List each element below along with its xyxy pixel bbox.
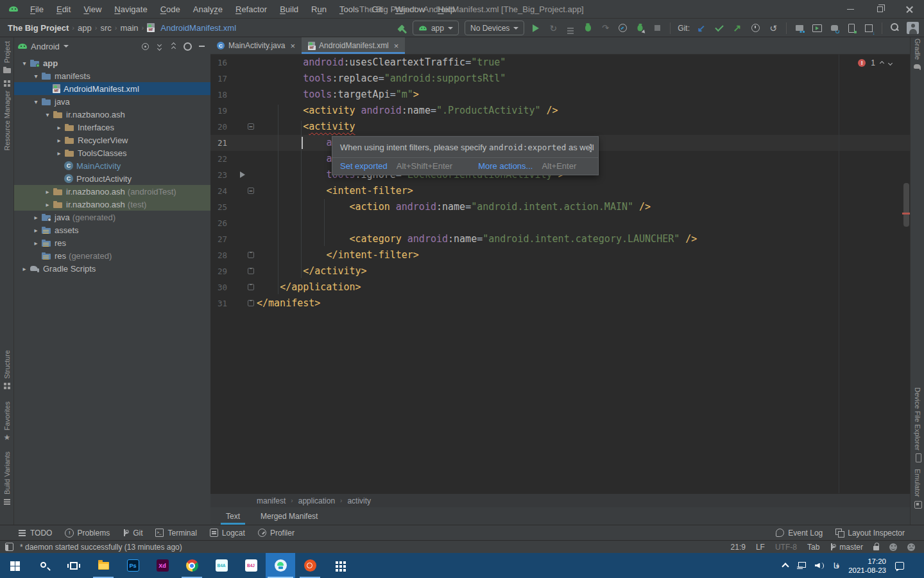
more-actions-link[interactable]: More actions... bbox=[478, 161, 533, 171]
unlock-icon[interactable] bbox=[873, 546, 879, 550]
ubuntu-icon[interactable] bbox=[295, 553, 325, 578]
caret-position[interactable]: 21:9 bbox=[731, 543, 746, 552]
menu-code[interactable]: Code bbox=[155, 3, 186, 16]
photoshop-icon[interactable]: Ps bbox=[118, 553, 148, 578]
line-number[interactable]: 22 bbox=[210, 154, 227, 164]
tool-stripe-resource-manager[interactable]: Resource Manager bbox=[0, 80, 14, 151]
tree-item-manifests[interactable]: ▾manifests bbox=[14, 69, 210, 82]
close-tab-icon[interactable]: × bbox=[394, 41, 399, 51]
build-hammer-icon[interactable] bbox=[395, 22, 407, 34]
chevron-right-icon[interactable]: ▸ bbox=[54, 150, 64, 157]
collapse-all-icon[interactable] bbox=[168, 41, 178, 51]
b4j-icon[interactable]: B4J bbox=[236, 553, 266, 578]
settings-gear-icon[interactable] bbox=[182, 41, 193, 51]
line-number[interactable]: 30 bbox=[210, 283, 227, 292]
close-button[interactable] bbox=[894, 0, 924, 19]
toolwindow-button-logcat[interactable]: Logcat bbox=[210, 529, 245, 538]
running-devices-icon[interactable] bbox=[811, 22, 823, 34]
tree-item-interfaces[interactable]: ▸Interfaces bbox=[14, 121, 210, 134]
search-icon[interactable] bbox=[889, 22, 901, 34]
volume-icon[interactable] bbox=[815, 562, 825, 570]
restore-button[interactable] bbox=[865, 0, 894, 19]
line-number[interactable]: 24 bbox=[210, 186, 227, 196]
tool-stripe-device-file-explorer[interactable]: Device File Explorer bbox=[911, 387, 924, 461]
line-number[interactable]: 19 bbox=[210, 106, 227, 116]
chrome-icon[interactable] bbox=[177, 553, 207, 578]
menu-run[interactable]: Run bbox=[305, 3, 332, 16]
code-editor[interactable]: 16 android:usesCleartextTraffic="true"17… bbox=[210, 55, 910, 493]
tree-item-ir-nazbanoo-ash[interactable]: ▾ir.nazbanoo.ash bbox=[14, 108, 210, 121]
run-configuration-select[interactable]: app bbox=[413, 21, 459, 35]
toolwindow-button-terminal[interactable]: Terminal bbox=[155, 529, 196, 538]
fold-collapse-icon[interactable]: − bbox=[248, 123, 254, 130]
breadcrumb-item[interactable]: The Big Project bbox=[8, 23, 69, 33]
next-error-icon[interactable] bbox=[888, 60, 893, 65]
fold-end-icon[interactable]: ˆ bbox=[248, 300, 254, 306]
apply-changes-icon[interactable] bbox=[565, 22, 576, 34]
git-branch-widget[interactable]: master bbox=[830, 543, 863, 552]
tree-item-gradle-scripts[interactable]: ▸Gradle Scripts bbox=[14, 262, 210, 275]
network-icon[interactable] bbox=[797, 562, 806, 569]
adobe-xd-icon[interactable]: Xd bbox=[148, 553, 177, 578]
tree-item-productactivity[interactable]: CProductActivity bbox=[14, 172, 210, 185]
profile-icon[interactable] bbox=[617, 22, 628, 34]
tree-item-mainactivity[interactable]: CMainActivity bbox=[14, 159, 210, 172]
project-view-select[interactable]: Android bbox=[31, 42, 60, 51]
line-number[interactable]: 18 bbox=[210, 90, 227, 100]
xml-breadcrumb-activity[interactable]: activity bbox=[347, 496, 371, 505]
set-exported-link[interactable]: Set exported bbox=[340, 161, 388, 171]
menu-view[interactable]: View bbox=[78, 3, 107, 16]
breadcrumb-item[interactable]: src bbox=[100, 23, 111, 33]
happy-face-icon[interactable] bbox=[889, 543, 897, 551]
chevron-down-icon[interactable]: ▾ bbox=[31, 73, 41, 80]
tree-item-res[interactable]: ▸res bbox=[14, 236, 210, 249]
run-icon[interactable] bbox=[530, 22, 542, 34]
minimize-button[interactable] bbox=[835, 0, 865, 19]
app-grid-icon[interactable] bbox=[325, 553, 354, 578]
fold-collapse-icon[interactable]: − bbox=[248, 188, 254, 194]
tree-item-java[interactable]: ▾java bbox=[14, 95, 210, 108]
rerun-icon[interactable] bbox=[547, 22, 559, 34]
tree-item-app[interactable]: ▾app bbox=[14, 57, 210, 69]
editor-scrollbar[interactable] bbox=[903, 183, 909, 227]
tree-item-ir-nazbanoo-ash[interactable]: ▸ir.nazbanoo.ash(test) bbox=[14, 198, 210, 211]
line-number[interactable]: 29 bbox=[210, 267, 227, 276]
kebab-menu-icon[interactable] bbox=[590, 144, 592, 146]
line-ending[interactable]: LF bbox=[756, 543, 765, 552]
debug-icon[interactable] bbox=[582, 22, 594, 34]
toolwindow-toggle-icon[interactable] bbox=[5, 543, 13, 551]
attach-debugger-icon[interactable] bbox=[599, 22, 611, 34]
line-number[interactable]: 27 bbox=[210, 234, 227, 244]
breadcrumb-item[interactable]: app bbox=[78, 23, 92, 33]
chevron-right-icon[interactable]: ▸ bbox=[42, 188, 53, 195]
git-pull-icon[interactable] bbox=[696, 22, 707, 34]
file-encoding[interactable]: UTF-8 bbox=[775, 543, 797, 552]
avatar[interactable] bbox=[907, 22, 919, 34]
clock[interactable]: 17:20 2021-08-23 bbox=[848, 557, 886, 575]
device-manager-icon[interactable] bbox=[794, 22, 805, 34]
git-history-icon[interactable] bbox=[749, 22, 761, 34]
line-number[interactable]: 31 bbox=[210, 299, 227, 308]
git-rollback-icon[interactable] bbox=[767, 22, 779, 34]
chevron-up-icon[interactable] bbox=[782, 563, 789, 570]
tool-stripe-favorites[interactable]: Favorites★ bbox=[0, 401, 14, 441]
sad-face-icon[interactable] bbox=[907, 543, 915, 551]
run-marker-icon[interactable] bbox=[240, 171, 245, 178]
chevron-down-icon[interactable]: ▾ bbox=[31, 98, 41, 105]
chevron-down-icon[interactable]: ▾ bbox=[19, 60, 30, 67]
breadcrumb-item[interactable]: main bbox=[120, 23, 138, 33]
search-icon[interactable] bbox=[30, 553, 59, 578]
hide-panel-icon[interactable] bbox=[196, 41, 207, 51]
chevron-right-icon[interactable]: ▸ bbox=[19, 265, 30, 272]
fold-end-icon[interactable]: ˆ bbox=[248, 284, 254, 290]
chevron-right-icon[interactable]: ▸ bbox=[54, 137, 64, 144]
stop-icon[interactable] bbox=[651, 22, 663, 34]
breadcrumb-file[interactable]: AndroidManifest.xml bbox=[147, 23, 236, 33]
locate-file-icon[interactable] bbox=[140, 41, 150, 51]
toolwindow-button-todo[interactable]: TODO bbox=[18, 529, 52, 538]
git-commit-icon[interactable] bbox=[714, 22, 725, 34]
chevron-right-icon[interactable]: ▸ bbox=[54, 124, 64, 131]
tree-item-java[interactable]: ▸java(generated) bbox=[14, 211, 210, 223]
tool-stripe-build-variants[interactable]: Build Variants bbox=[0, 451, 14, 505]
xml-breadcrumb-manifest[interactable]: manifest bbox=[257, 496, 286, 505]
